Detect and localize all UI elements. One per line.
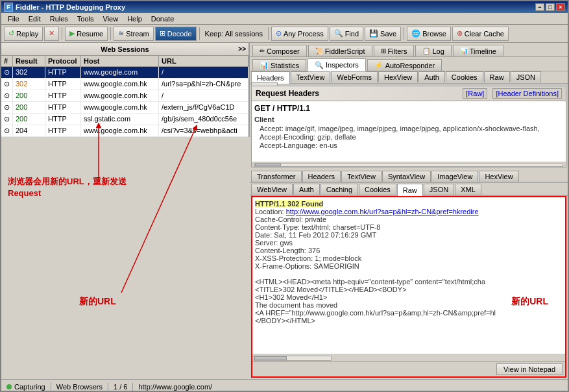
menu-help[interactable]: Help xyxy=(123,14,146,23)
menu-file[interactable]: File xyxy=(4,14,23,23)
raw-link[interactable]: [Raw] xyxy=(463,88,487,99)
row-protocol: HTTP xyxy=(45,67,81,78)
raw2-tab[interactable]: Raw xyxy=(397,184,423,196)
subtab-cookies[interactable]: Cookies xyxy=(446,71,483,82)
row-protocol: HTTP xyxy=(45,90,81,101)
status-url: http://www.google.com/ xyxy=(138,383,212,391)
response-line5: Date: Sat, 11 Feb 2012 07:16:29 GMT xyxy=(255,231,563,239)
tab-inspectors[interactable]: 🔍 Inspectors xyxy=(308,58,366,71)
response-sub-tab-bar: WebView Auth Caching Cookies Raw JSON XM… xyxy=(250,183,568,196)
request-header-bar: Request Headers [Raw] [Header Definition… xyxy=(252,86,566,101)
decode-button[interactable]: ⊞ Decode xyxy=(155,27,197,41)
resp-scroll-track[interactable] xyxy=(254,356,332,361)
table-row[interactable]: ⊙ 204 HTTP www.google.com.hk /csi?v=3&s=… xyxy=(1,125,248,137)
annotation-new-url: 新的URL xyxy=(79,296,116,308)
subtab-auth[interactable]: Auth xyxy=(418,71,445,82)
subtab-webforms[interactable]: WebForms xyxy=(331,71,378,82)
save-button[interactable]: 💾 Save xyxy=(365,27,401,41)
replay-button[interactable]: ↺ Replay xyxy=(4,27,43,41)
maximize-button[interactable]: □ xyxy=(546,3,555,11)
resp-scroll-thumb[interactable] xyxy=(254,356,287,360)
clear-cache-button[interactable]: ⊗ Clear Cache xyxy=(452,27,509,41)
menu-edit[interactable]: Edit xyxy=(25,14,45,23)
row-host: www.google.com.hk xyxy=(81,125,159,136)
response-line8: X-XSS-Protection: 1; mode=block xyxy=(255,254,563,262)
resume-button[interactable]: ▶ Resume xyxy=(65,27,108,41)
tab-timeline[interactable]: 📊 Timeline xyxy=(453,45,503,56)
request-sub-tab-bar: Headers TextView WebForms HexView Auth C… xyxy=(250,71,568,84)
row-protocol: HTTP xyxy=(45,114,81,125)
table-row[interactable]: ⊙ 200 HTTP ssl.gstatic.com /gb/js/sem_48… xyxy=(1,114,248,125)
row-result: 302 xyxy=(13,79,45,90)
left-panel: Web Sessions >> # Result Protocol Host U… xyxy=(1,43,250,137)
textview-tab[interactable]: TextView xyxy=(341,171,381,182)
hexview2-tab[interactable]: HexView xyxy=(479,171,518,182)
menu-view[interactable]: View xyxy=(99,14,123,23)
tab-log[interactable]: 📋 Log xyxy=(415,45,451,56)
fiddlerscript-icon: 📜 xyxy=(315,47,323,55)
header-defs-link[interactable]: [Header Definitions] xyxy=(492,88,562,99)
response-line11: <HTML><HEAD><meta http-equiv="content-ty… xyxy=(255,278,563,286)
response-line7: Content-Length: 376 xyxy=(255,247,563,254)
table-row[interactable]: ⊙ 302 HTTP www.google.com.hk /url?sa=p&h… xyxy=(1,79,248,90)
col-num: # xyxy=(1,56,13,66)
imageview-tab[interactable]: ImageView xyxy=(431,171,478,182)
auth2-tab[interactable]: Auth xyxy=(293,184,320,195)
webview-tab[interactable]: WebView xyxy=(251,184,293,195)
response-line1: HTTP/1.1 302 Found xyxy=(255,200,563,208)
subtab-hexview[interactable]: HexView xyxy=(378,71,418,82)
row-icon: ⊙ xyxy=(1,125,13,136)
sessions-table: # Result Protocol Host URL ⊙ 302 HTTP ww… xyxy=(1,56,248,137)
location-url[interactable]: http://www.google.com.hk/url?sa=p&hl=zh-… xyxy=(286,208,479,215)
tab-autoresponder[interactable]: ⚡ AutoResponder xyxy=(367,59,442,71)
subtab-json[interactable]: JSON xyxy=(511,71,541,82)
request-links: [Raw] [Header Definitions] xyxy=(463,88,562,99)
timeline-icon: 📊 xyxy=(460,47,468,55)
view-in-notepad-button[interactable]: View in Notepad xyxy=(496,363,563,375)
row-host: www.google.com.hk xyxy=(81,90,159,101)
hscroll-thumb[interactable] xyxy=(255,164,281,166)
top-tab-bar: ✏ Composer 📜 FiddlerScript ⊞ Filters 📋 L… xyxy=(250,43,568,57)
subtab-textview[interactable]: TextView xyxy=(291,71,331,82)
tab-fiddlerscript[interactable]: 📜 FiddlerScript xyxy=(308,45,372,56)
x-button[interactable]: ✕ xyxy=(44,27,59,41)
tab-filters[interactable]: ⊞ Filters xyxy=(374,45,415,56)
xml2-tab[interactable]: XML xyxy=(455,184,481,195)
table-row[interactable]: ⊙ 200 HTTP www.google.com.hk / xyxy=(1,90,248,102)
json2-tab[interactable]: JSON xyxy=(424,184,454,195)
status-bar: Capturing Web Browsers 1 / 6 http://www.… xyxy=(1,379,568,392)
main-wrapper: Web Sessions >> # Result Protocol Host U… xyxy=(1,43,568,379)
web-browsers-label: Web Browsers xyxy=(56,383,103,391)
tab-statistics[interactable]: 📊 Statistics xyxy=(252,59,306,71)
any-process-button[interactable]: ⊙ Any Process xyxy=(271,27,328,41)
transformer-tab[interactable]: Transformer xyxy=(251,171,302,182)
caching-tab[interactable]: Caching xyxy=(321,184,358,195)
row-url: /extern_js/f/CgV6aC1D xyxy=(159,102,248,113)
table-row[interactable]: ⊙ 200 HTTP www.google.com.hk /extern_js/… xyxy=(1,102,248,114)
transformer-tab-bar: Transformer Headers TextView SyntaxView … xyxy=(250,170,568,183)
table-row[interactable]: ⊙ 302 HTTP www.google.com / xyxy=(1,67,248,79)
headers-tab[interactable]: Headers xyxy=(302,171,341,182)
browse-button[interactable]: 🌐 Browse xyxy=(407,27,451,41)
syntaxview-tab[interactable]: SyntaxView xyxy=(382,171,431,182)
minimize-button[interactable]: − xyxy=(535,3,544,11)
title-bar: F Fiddler - HTTP Debugging Proxy − □ × xyxy=(1,1,568,13)
window-title: Fiddler - HTTP Debugging Proxy xyxy=(16,3,125,11)
menu-rules[interactable]: Rules xyxy=(46,14,72,23)
stream-button[interactable]: ≋ Stream xyxy=(114,27,153,41)
hscroll-track[interactable] xyxy=(254,163,563,167)
statistics-icon: 📊 xyxy=(260,61,269,69)
find-button[interactable]: 🔍 Find xyxy=(330,27,363,41)
tab-composer[interactable]: ✏ Composer xyxy=(252,45,307,56)
cookies2-tab[interactable]: Cookies xyxy=(359,184,396,195)
close-button[interactable]: × xyxy=(556,3,565,11)
row-icon: ⊙ xyxy=(1,90,13,101)
row-result: 204 xyxy=(13,125,45,136)
response-line4: Content-Type: text/html; charset=UTF-8 xyxy=(255,223,563,231)
menu-donate[interactable]: Donate xyxy=(147,14,178,23)
panel-collapse-arrow[interactable]: >> xyxy=(238,45,246,53)
row-result: 302 xyxy=(13,67,45,78)
subtab-raw[interactable]: Raw xyxy=(484,71,510,82)
menu-tools[interactable]: Tools xyxy=(73,14,98,23)
row-url: / xyxy=(159,67,248,78)
